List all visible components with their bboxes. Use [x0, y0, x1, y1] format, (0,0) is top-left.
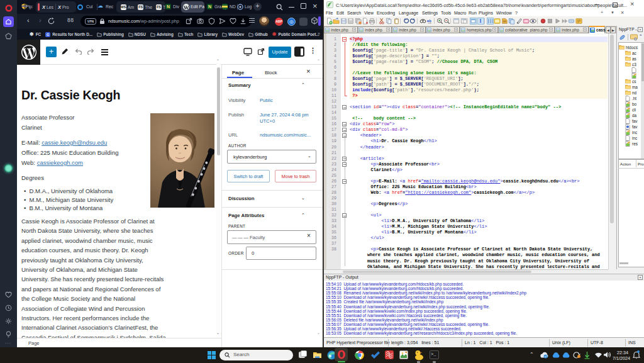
- svg-text:1: 1: [479, 18, 482, 24]
- svg-text:ab: ab: [427, 19, 431, 23]
